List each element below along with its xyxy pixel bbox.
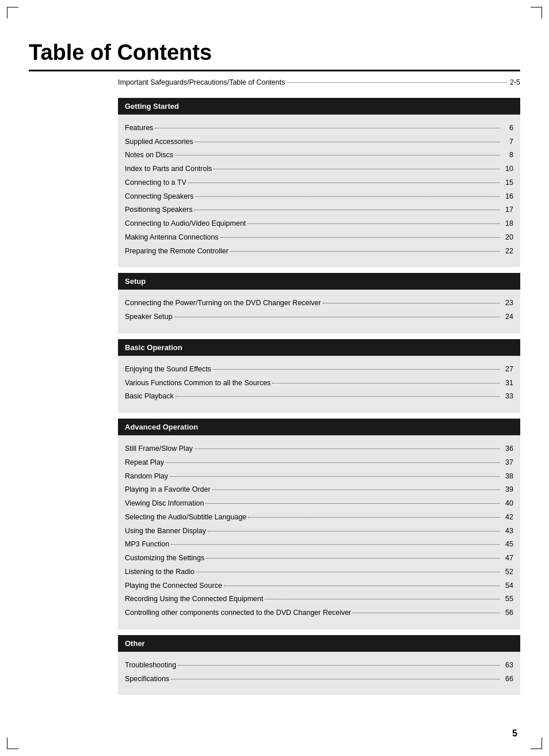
toc-entry: Repeat Play37 [125, 457, 513, 468]
entry-page-num: 33 [502, 391, 513, 402]
section-basic-operation: Basic OperationEnjoying the Sound Effect… [118, 339, 520, 413]
section-block-basic-operation: Enjoying the Sound Effects27Various Func… [118, 356, 520, 413]
toc-entry: Viewing Disc Information40 [125, 498, 513, 509]
entry-page-num: 23 [502, 298, 513, 309]
page-title: Table of Contents [29, 40, 520, 65]
entry-page-num: 24 [502, 311, 513, 322]
entry-dots [214, 169, 500, 169]
entry-text: Playing the Connected Source [125, 580, 222, 591]
sections-container: Getting StartedFeatures6Supplied Accesso… [118, 98, 520, 696]
entry-page-num: 38 [502, 471, 513, 482]
entry-text: Troubleshooting [125, 660, 176, 671]
entry-dots [353, 613, 500, 613]
entry-dots [265, 599, 500, 599]
entry-text: Various Functions Common to all the Sour… [125, 378, 270, 389]
entry-page-num: 22 [502, 246, 513, 257]
section-block-setup: Connecting the Power/Turning on the DVD … [118, 290, 520, 333]
toc-entry: Various Functions Common to all the Sour… [125, 378, 513, 389]
entry-dots [248, 517, 500, 518]
entry-text: Listening to the Radio [125, 567, 195, 578]
toc-entry: Connecting Speakers16 [125, 191, 513, 202]
intro-page: 2-5 [509, 77, 520, 88]
page-number: 5 [512, 728, 517, 739]
entry-page-num: 66 [502, 674, 513, 685]
entry-text: Connecting the Power/Turning on the DVD … [125, 298, 321, 309]
entry-text: Recording Using the Connected Equipment [125, 594, 263, 605]
entry-page-num: 55 [502, 594, 513, 605]
entry-text: Random Play [125, 471, 168, 482]
entry-dots [171, 679, 500, 679]
entry-page-num: 10 [502, 164, 513, 174]
entry-text: Playing in a Favorite Order [125, 484, 211, 495]
toc-entry: Playing in a Favorite Order39 [125, 484, 513, 495]
entry-text: Viewing Disc Information [125, 498, 204, 509]
entry-text: Supplied Accessories [125, 136, 193, 147]
toc-entry: Making Antenna Connections20 [125, 232, 513, 243]
entry-text: Positioning Speakers [125, 204, 192, 215]
toc-entry: Index to Parts and Controls10 [125, 164, 513, 174]
entry-text: Connecting to a TV [125, 177, 186, 188]
entry-dots [230, 251, 500, 252]
corner-mark-bl [7, 738, 18, 749]
entry-text: Specifications [125, 674, 169, 685]
toc-entry: Playing the Connected Source54 [125, 580, 513, 591]
toc-entry: Notes on Discs8 [125, 150, 513, 161]
intro-entry: Important Safeguards/Precautions/Table o… [118, 71, 520, 95]
entry-dots [175, 155, 500, 155]
entry-page-num: 52 [502, 567, 513, 578]
entry-dots [155, 128, 500, 128]
entry-dots [212, 489, 500, 490]
entry-text: Still Frame/Slow Play [125, 443, 193, 454]
section-header-setup: Setup [118, 273, 520, 290]
entry-page-num: 54 [502, 580, 513, 591]
entry-page-num: 43 [502, 526, 513, 537]
toc-entry: Connecting the Power/Turning on the DVD … [125, 298, 513, 309]
entry-text: Basic Playback [125, 391, 174, 402]
toc-entry: Controlling other components connected t… [125, 607, 513, 618]
toc-entry: Selecting the Audio/Subtitle Language42 [125, 512, 513, 523]
entry-page-num: 20 [502, 232, 513, 243]
entry-page-num: 15 [502, 177, 513, 188]
section-setup: SetupConnecting the Power/Turning on the… [118, 273, 520, 333]
entry-text: Speaker Setup [125, 311, 173, 322]
entry-text: Notes on Discs [125, 150, 173, 161]
entry-text: Index to Parts and Controls [125, 164, 212, 174]
section-getting-started: Getting StartedFeatures6Supplied Accesso… [118, 98, 520, 268]
entry-text: Connecting to Audio/Video Equipment [125, 218, 246, 229]
toc-entry: Speaker Setup24 [125, 311, 513, 322]
entry-dots [272, 383, 500, 383]
entry-dots [213, 369, 500, 370]
entry-page-num: 56 [502, 607, 513, 618]
section-block-advanced-operation: Still Frame/Slow Play36Repeat Play37Rand… [118, 435, 520, 629]
toc-entry: Customizing the Settings47 [125, 553, 513, 564]
entry-dots [195, 142, 500, 142]
entry-page-num: 31 [502, 378, 513, 389]
entry-page-num: 42 [502, 512, 513, 523]
entry-text: Enjoying the Sound Effects [125, 364, 211, 375]
entry-dots [188, 183, 500, 183]
entry-page-num: 8 [502, 150, 513, 161]
toc-entry: Using the Banner Display43 [125, 526, 513, 537]
entry-dots [176, 396, 500, 397]
corner-mark-tr [531, 7, 542, 18]
entry-page-num: 40 [502, 498, 513, 509]
entry-dots [247, 223, 500, 224]
entry-page-num: 63 [502, 660, 513, 671]
entry-page-num: 7 [502, 136, 513, 147]
entry-text: MP3 Function [125, 539, 169, 550]
section-other: OtherTroubleshooting63Specifications66 [118, 635, 520, 696]
entry-page-num: 18 [502, 218, 513, 229]
toc-entry: Still Frame/Slow Play36 [125, 443, 513, 454]
entry-text: Using the Banner Display [125, 526, 206, 537]
toc-entry: Connecting to a TV15 [125, 177, 513, 188]
section-header-basic-operation: Basic Operation [118, 339, 520, 356]
entry-dots [178, 665, 500, 666]
toc-entry: MP3 Function45 [125, 539, 513, 550]
toc-entry: Recording Using the Connected Equipment5… [125, 594, 513, 605]
section-header-other: Other [118, 635, 520, 652]
entry-dots [196, 196, 500, 197]
toc-entry: Features6 [125, 123, 513, 134]
toc-entry: Specifications66 [125, 674, 513, 685]
entry-dots [206, 558, 500, 559]
entry-dots [220, 237, 500, 238]
